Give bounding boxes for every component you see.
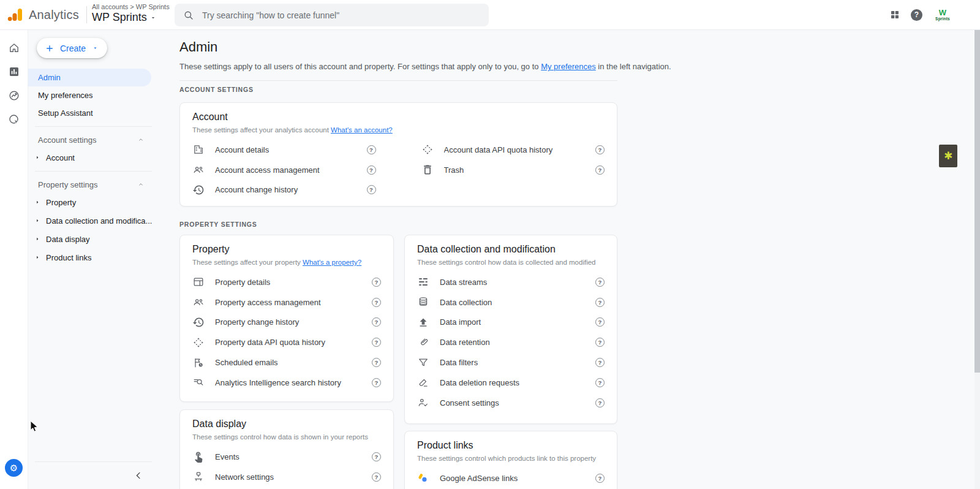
settings-item-consent-settings[interactable]: Consent settings? (417, 393, 605, 413)
settings-item-account-details[interactable]: Account details? (192, 140, 376, 160)
settings-item-property-data-api-quota-history[interactable]: Property data API quota history? (192, 332, 381, 352)
rail-item-advertising[interactable] (0, 107, 28, 131)
sidebar-item-product-links[interactable]: Product links (28, 248, 159, 267)
sidebar-item-label: My preferences (38, 91, 93, 100)
help-icon[interactable]: ? (595, 398, 605, 408)
help-icon[interactable]: ? (367, 145, 376, 154)
card-subtitle: These settings control how data is shown… (192, 433, 381, 441)
card-title: Property (192, 244, 381, 255)
chevron-right-icon (35, 255, 40, 260)
apps-grid-icon[interactable] (889, 9, 900, 20)
product-links-card: Product links These settings control whi… (404, 431, 617, 489)
card-subtitle-link[interactable]: What's an account? (331, 126, 393, 134)
settings-item-data-streams[interactable]: Data streams? (417, 272, 605, 292)
plus-icon (45, 44, 55, 53)
divider (35, 126, 152, 127)
help-icon[interactable]: ? (367, 165, 376, 175)
sidebar-item-admin[interactable]: Admin (28, 69, 151, 86)
account-avatar[interactable]: W Sprints (933, 9, 952, 21)
settings-item-data-retention[interactable]: Data retention? (417, 332, 605, 352)
divider (179, 80, 617, 81)
settings-item-label: Property change history (215, 317, 372, 327)
card-subtitle: These settings control which products li… (417, 455, 605, 462)
help-icon[interactable]: ? (367, 185, 376, 194)
settings-item-events[interactable]: Events? (192, 447, 381, 467)
settings-item-scheduled-emails[interactable]: Scheduled emails? (192, 352, 381, 373)
search-icon (183, 10, 194, 21)
help-icon[interactable]: ? (595, 278, 605, 287)
sidebar-item-data-display[interactable]: Data display (28, 230, 159, 248)
sidebar-item-account[interactable]: Account (28, 148, 159, 167)
rail-item-admin[interactable]: ⚙ (5, 459, 23, 477)
magnet-icon (417, 336, 429, 349)
settings-item-data-import[interactable]: Data import? (417, 313, 605, 333)
divider (35, 171, 152, 172)
help-icon[interactable]: ? (595, 165, 605, 175)
gear-icon: ⚙ (10, 463, 18, 474)
left-rail: ⚙ (0, 29, 28, 489)
settings-item-data-deletion-requests[interactable]: Data deletion requests? (417, 373, 605, 393)
analytics-logo[interactable]: Analytics (7, 0, 79, 29)
settings-item-label: Events (215, 452, 372, 461)
help-icon[interactable]: ? (372, 472, 381, 482)
sidebar-section-property-settings[interactable]: Property settings (28, 176, 159, 193)
collapse-sidebar-button[interactable] (134, 471, 143, 480)
settings-item-label: Account details (215, 145, 367, 154)
sidebar-item-property[interactable]: Property (28, 193, 159, 211)
settings-item-account-data-api-quota-history[interactable]: Account data API quota history? (421, 140, 605, 160)
settings-item-google-adsense-links[interactable]: Google AdSense links? (417, 468, 605, 488)
extension-widget[interactable]: ✱ (939, 145, 957, 167)
page-title: Admin (179, 39, 217, 55)
settings-item-account-change-history[interactable]: Account change history? (192, 180, 376, 200)
help-icon[interactable]: ? (595, 317, 605, 327)
help-icon[interactable]: ? (372, 378, 381, 387)
data-collection-card: Data collection and modification These s… (404, 235, 617, 424)
settings-item-data-filters[interactable]: Data filters? (417, 352, 605, 373)
api-quota-icon (421, 143, 434, 156)
rail-item-explore[interactable] (0, 83, 28, 107)
help-icon[interactable]: ? (595, 145, 605, 154)
top-header: Analytics All accounts > WP Sprints WP S… (0, 0, 980, 30)
rail-item-reports[interactable] (0, 59, 28, 83)
help-icon[interactable]: ? (372, 338, 381, 347)
history-icon (192, 316, 205, 328)
settings-item-property-access-management[interactable]: Property access management? (192, 292, 381, 313)
help-icon[interactable]: ? (595, 474, 605, 483)
settings-item-network-settings[interactable]: Network settings? (192, 467, 381, 487)
help-icon[interactable]: ? (372, 452, 381, 461)
settings-item-analytics-intelligence-search-history[interactable]: Analytics Intelligence search history? (192, 373, 381, 393)
sidebar-section-account-settings[interactable]: Account settings (28, 131, 159, 148)
settings-item-property-details[interactable]: Property details? (192, 272, 381, 292)
sidebar-item-label: Data collection and modifica... (46, 216, 156, 226)
settings-item-data-collection[interactable]: Data collection? (417, 292, 605, 313)
building-icon (192, 143, 205, 156)
search-bar[interactable] (175, 4, 489, 26)
section-label-account-settings: ACCOUNT SETTINGS (179, 86, 254, 93)
help-icon[interactable]: ? (595, 358, 605, 367)
sidebar-item-my-preferences[interactable]: My preferences (28, 86, 159, 104)
scrollbar[interactable] (974, 29, 980, 373)
my-preferences-link[interactable]: My preferences (541, 62, 596, 71)
help-icon[interactable]: ? (911, 9, 922, 21)
settings-item-label: Trash (444, 165, 596, 175)
help-icon[interactable]: ? (372, 278, 381, 287)
settings-item-trash[interactable]: Trash? (421, 160, 605, 180)
description-text: in the left navigation. (596, 62, 671, 71)
settings-item-label: Account data API quota history (444, 145, 596, 154)
card-subtitle-link[interactable]: What's a property? (303, 259, 361, 266)
settings-item-property-change-history[interactable]: Property change history? (192, 313, 381, 333)
rail-item-home[interactable] (0, 36, 28, 59)
sidebar-item-data-collection-and-modifica[interactable]: Data collection and modifica... (28, 211, 159, 230)
sidebar-item-setup-assistant[interactable]: Setup Assistant (28, 104, 159, 122)
help-icon[interactable]: ? (595, 338, 605, 347)
create-button[interactable]: Create (37, 38, 107, 58)
settings-item-label: Google AdSense links (440, 474, 595, 483)
account-switcher[interactable]: All accounts > WP Sprints WP Sprints (92, 3, 170, 24)
help-icon[interactable]: ? (372, 358, 381, 367)
help-icon[interactable]: ? (372, 317, 381, 327)
help-icon[interactable]: ? (595, 378, 605, 387)
settings-item-account-access-management[interactable]: Account access management? (192, 160, 376, 180)
help-icon[interactable]: ? (595, 298, 605, 307)
search-input[interactable] (201, 10, 480, 21)
help-icon[interactable]: ? (372, 298, 381, 307)
